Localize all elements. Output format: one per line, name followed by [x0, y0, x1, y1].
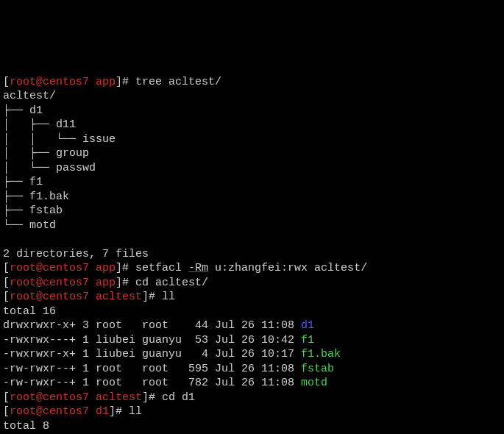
- prompt-line[interactable]: [root@centos7 app]# tree acltest/: [3, 76, 221, 88]
- ll-row: -rw-rwxr--+ 1 root root 782 Jul 26 11:08…: [3, 377, 327, 389]
- prompt-line[interactable]: [root@centos7 app]# cd acltest/: [3, 277, 208, 289]
- prompt-line[interactable]: [root@centos7 acltest]# cd d1: [3, 391, 195, 404]
- tree-output: │ ├── group: [3, 147, 89, 160]
- command-ll: ll: [162, 291, 175, 303]
- command-cd: cd acltest/: [135, 277, 208, 289]
- ll-row: -rwxrwxr-x+ 1 liubei guanyu 4 Jul 26 10:…: [3, 348, 341, 360]
- tree-output: ├── fstab: [3, 204, 63, 217]
- ll-row: -rw-rwxr--+ 1 root root 595 Jul 26 11:08…: [3, 363, 334, 375]
- tree-output: acltest/: [3, 90, 56, 102]
- tree-output: │ ├── d11: [3, 118, 76, 131]
- command-setfacl: setfacl -Rm u:zhangfei:rwx acltest/: [135, 262, 367, 274]
- prompt-line[interactable]: [root@centos7 d1]# ll: [3, 405, 142, 418]
- terminal-output: [root@centos7 app]# tree acltest/ acltes…: [3, 60, 501, 434]
- tree-output: ├── f1.bak: [3, 191, 69, 203]
- ll-total: total 16: [3, 305, 56, 318]
- file-name: motd: [301, 377, 327, 389]
- tree-output: ├── d1: [3, 104, 43, 117]
- tree-output: └── motd: [3, 219, 56, 232]
- command-tree: tree acltest/: [135, 76, 221, 88]
- file-name: fstab: [301, 363, 334, 375]
- command-cd: cd d1: [162, 391, 195, 404]
- ll-total: total 8: [3, 420, 49, 433]
- tree-summary: 2 directories, 7 files: [3, 248, 149, 260]
- file-name: f1.bak: [301, 348, 341, 360]
- file-name: f1: [301, 334, 314, 346]
- ll-row: -rwxrwx---+ 1 liubei guanyu 53 Jul 26 10…: [3, 334, 314, 346]
- ll-row: drwxrwxr-x+ 3 root root 44 Jul 26 11:08 …: [3, 319, 314, 332]
- tree-output: │ │ └── issue: [3, 133, 116, 146]
- tree-output: ├── f1: [3, 176, 43, 188]
- prompt-line[interactable]: [root@centos7 app]# setfacl -Rm u:zhangf…: [3, 262, 367, 274]
- command-ll: ll: [129, 405, 142, 418]
- prompt-line[interactable]: [root@centos7 acltest]# ll: [3, 291, 175, 303]
- dir-name: d1: [301, 319, 314, 332]
- tree-output: │ └── passwd: [3, 162, 96, 174]
